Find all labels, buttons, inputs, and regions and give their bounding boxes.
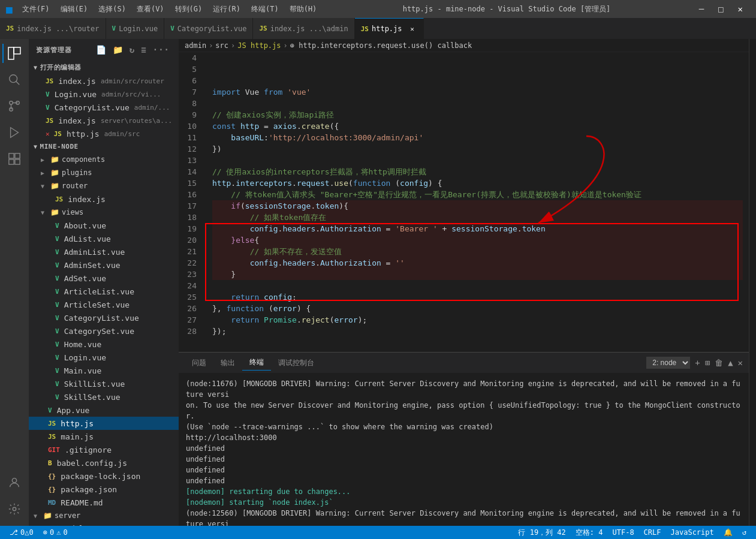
source-control-icon[interactable] <box>2 94 26 118</box>
tab-index-js-router[interactable]: JSindex.js ...\router <box>0 18 106 39</box>
status-bell[interactable]: 🔔 <box>719 526 737 539</box>
breadcrumb-symbol[interactable]: ⊕ http.interceptors.request.use() callba… <box>290 41 472 50</box>
status-indent[interactable]: 空格: 4 <box>571 526 608 539</box>
breadcrumb-src[interactable]: src <box>215 41 228 50</box>
extensions-icon[interactable] <box>2 147 26 171</box>
file-name: AdminList.vue <box>64 248 125 257</box>
tab-problems[interactable]: 问题 <box>185 356 213 371</box>
file-item-articlesetvue[interactable]: VArticleSet.vue <box>29 298 179 311</box>
file-item-adminlistvue[interactable]: VAdminList.vue <box>29 245 179 258</box>
file-item-categorysetvue[interactable]: VCategorySet.vue <box>29 324 179 338</box>
file-item-adminsetvue[interactable]: VAdminSet.vue <box>29 258 179 272</box>
tab-debug[interactable]: 调试控制台 <box>271 356 321 371</box>
new-file-icon[interactable]: 📄 <box>94 44 109 56</box>
terminal-node-selector[interactable]: 2: node <box>646 357 690 369</box>
search-icon[interactable] <box>2 68 26 92</box>
status-sync[interactable]: ↺ <box>737 526 751 539</box>
file-item-babelconfig.js[interactable]: Bbabel.config.js <box>29 456 179 469</box>
file-item-indexjs[interactable]: JSindex.js <box>29 192 179 206</box>
file-item-packagejson[interactable]: {}package.json <box>29 483 179 496</box>
folder-item-components[interactable]: ▶📁components <box>29 153 179 166</box>
close-button[interactable]: ✕ <box>731 3 750 15</box>
breadcrumb-file[interactable]: JS http.js <box>237 41 281 50</box>
account-icon[interactable] <box>2 471 26 495</box>
breadcrumb-admin[interactable]: admin <box>185 41 206 50</box>
file-item-mainvue[interactable]: VMain.vue <box>29 364 179 377</box>
menu-item[interactable]: 文件(F) <box>17 3 55 16</box>
token-var: config <box>250 257 278 269</box>
refresh-icon[interactable]: ↻ <box>128 44 137 56</box>
menu-item[interactable]: 查看(V) <box>132 3 169 16</box>
open-file-item[interactable]: ✕JShttp.jsadmin/src <box>29 127 179 140</box>
file-item-skillsetvue[interactable]: VSkillSet.vue <box>29 390 179 404</box>
tab-terminal[interactable]: 终端 <box>242 355 271 371</box>
maximize-button[interactable]: □ <box>711 3 730 15</box>
file-item-categorylistvue[interactable]: VCategoryList.vue <box>29 311 179 324</box>
title-bar-left: ■ 文件(F)编辑(E)选择(S)查看(V)转到(G)运行(R)终端(T)帮助(… <box>6 3 321 16</box>
tab-output[interactable]: 输出 <box>213 356 242 371</box>
status-errors[interactable]: ⊗ 0 ⚠ 0 <box>38 526 73 539</box>
token-comment: // 如果不存在，发送空值 <box>250 246 342 257</box>
status-encoding[interactable]: UTF-8 <box>607 526 638 539</box>
file-item-adlistvue[interactable]: VAdList.vue <box>29 232 179 245</box>
tab-login-vue[interactable]: VLogin.vue <box>106 18 165 39</box>
folder-item-server[interactable]: ▼📁server <box>29 509 179 522</box>
line-number: 22 <box>185 257 197 269</box>
file-item-skilllistvue[interactable]: VSkillList.vue <box>29 377 179 390</box>
explorer-icon[interactable] <box>2 41 26 65</box>
folder-item-plugins[interactable]: ▶📁plugins <box>29 166 179 179</box>
terminal-chevron-up-icon[interactable]: ▲ <box>728 358 733 368</box>
file-item-gitignore[interactable]: GIT.gitignore <box>29 443 179 456</box>
open-files-header[interactable]: ▼打开的编辑器 <box>29 61 179 74</box>
menu-item[interactable]: 终端(T) <box>246 3 284 16</box>
run-icon[interactable] <box>2 121 26 144</box>
file-item-readmemd[interactable]: MDREADME.md <box>29 496 179 509</box>
file-item-mainjs[interactable]: JSmain.js <box>29 430 179 443</box>
menu-item[interactable]: 运行(R) <box>208 3 245 16</box>
open-file-item[interactable]: VLogin.vueadmin/src/vi... <box>29 88 179 101</box>
settings-icon[interactable] <box>2 497 26 521</box>
file-item-httpjs[interactable]: JShttp.js <box>29 417 179 430</box>
open-file-item[interactable]: JSindex.jsserver\routes\a... <box>29 114 179 127</box>
status-position[interactable]: 行 19，列 42 <box>513 526 570 539</box>
menu-item[interactable]: 转到(G) <box>170 3 207 16</box>
file-type-icon: V <box>55 248 59 256</box>
menu-item[interactable]: 帮助(H) <box>285 3 322 16</box>
close-file-icon[interactable]: ✕ <box>46 130 50 138</box>
folder-icon: 📁 <box>50 182 59 190</box>
tab-close-button[interactable]: ✕ <box>408 24 417 34</box>
project-header[interactable]: ▼ MINE-NODE <box>29 140 179 153</box>
file-item-articlelistvue[interactable]: VArticleList.vue <box>29 285 179 298</box>
menu-item[interactable]: 选择(S) <box>94 3 131 16</box>
file-item-package-lockjson[interactable]: {}package-lock.json <box>29 469 179 483</box>
status-eol[interactable]: CRLF <box>639 526 666 539</box>
terminal-trash-icon[interactable]: 🗑 <box>715 358 723 368</box>
minimize-button[interactable]: ─ <box>692 3 711 15</box>
new-folder-icon[interactable]: 📁 <box>111 44 125 56</box>
status-language[interactable]: JavaScript <box>666 526 719 539</box>
status-git[interactable]: ⎇ 0△0 <box>5 526 38 539</box>
file-item-appvue[interactable]: VApp.vue <box>29 404 179 417</box>
tab-categorylist-vue[interactable]: VCategoryList.vue <box>164 18 253 39</box>
terminal-close-icon[interactable]: ✕ <box>738 358 743 368</box>
collapse-icon[interactable]: ≡ <box>139 44 148 56</box>
folder-item-router[interactable]: ▼📁router <box>29 179 179 192</box>
tab-index-js-admin[interactable]: JSindex.js ...\admin <box>253 18 354 39</box>
open-file-item[interactable]: VCategoryList.vueadmin/... <box>29 101 179 114</box>
terminal-content[interactable]: (node:11676) [MONGODB DRIVER] Warning: C… <box>179 374 749 526</box>
file-item-aboutvue[interactable]: VAbout.vue <box>29 219 179 232</box>
more-actions-icon[interactable]: ··· <box>151 44 171 56</box>
content-area: 资源管理器 📄 📁 ↻ ≡ ··· ▼打开的编辑器JSindex.jsadmin… <box>0 39 756 526</box>
file-item-loginvue[interactable]: VLogin.vue <box>29 351 179 364</box>
open-file-item[interactable]: JSindex.jsadmin/src/router <box>29 74 179 88</box>
tab-http-js[interactable]: JShttp.js✕ <box>355 18 424 39</box>
token-white <box>212 200 231 212</box>
file-item-adsetvue[interactable]: VAdSet.vue <box>29 272 179 285</box>
file-item-homevue[interactable]: VHome.vue <box>29 338 179 351</box>
terminal-split-icon[interactable]: ⊞ <box>705 358 710 368</box>
menu-item[interactable]: 编辑(E) <box>56 3 93 16</box>
file-name: README.md <box>61 498 103 507</box>
terminal-add-icon[interactable]: + <box>695 358 700 368</box>
code-editor[interactable]: 4567891011121314151617181920212223242526… <box>179 52 749 352</box>
folder-item-views[interactable]: ▼📁views <box>29 206 179 219</box>
